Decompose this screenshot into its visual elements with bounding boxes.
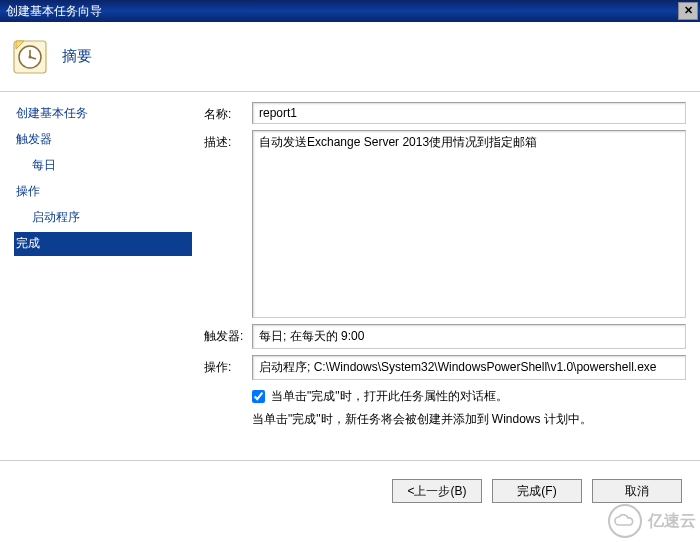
sidebar-item-create[interactable]: 创建基本任务 — [14, 102, 192, 126]
sidebar-item-finish[interactable]: 完成 — [14, 232, 192, 256]
open-properties-label: 当单击"完成"时，打开此任务属性的对话框。 — [271, 388, 508, 405]
label-name: 名称: — [204, 102, 252, 123]
sidebar-item-trigger[interactable]: 触发器 — [14, 128, 192, 152]
sidebar-item-daily[interactable]: 每日 — [14, 154, 192, 178]
page-title: 摘要 — [62, 47, 92, 66]
label-action: 操作: — [204, 355, 252, 376]
info-text: 当单击"完成"时，新任务将会被创建并添加到 Windows 计划中。 — [252, 407, 686, 432]
titlebar: 创建基本任务向导 ✕ — [0, 0, 700, 22]
wizard-header: 摘要 — [0, 22, 700, 92]
wizard-footer: <上一步(B) 完成(F) 取消 — [0, 460, 700, 538]
sidebar-item-start-program[interactable]: 启动程序 — [14, 206, 192, 230]
back-button[interactable]: <上一步(B) — [392, 479, 482, 503]
row-action: 操作: 启动程序; C:\Windows\System32\WindowsPow… — [204, 355, 686, 380]
form-content: 名称: report1 描述: 自动发送Exchange Server 2013… — [192, 92, 700, 460]
label-trigger: 触发器: — [204, 324, 252, 345]
wizard-body: 创建基本任务 触发器 每日 操作 启动程序 完成 名称: report1 描述:… — [0, 92, 700, 460]
field-desc: 自动发送Exchange Server 2013使用情况到指定邮箱 — [252, 130, 686, 318]
field-action: 启动程序; C:\Windows\System32\WindowsPowerSh… — [252, 355, 686, 380]
window-title: 创建基本任务向导 — [6, 3, 102, 20]
close-button[interactable]: ✕ — [678, 2, 698, 20]
label-desc: 描述: — [204, 130, 252, 151]
row-trigger: 触发器: 每日; 在每天的 9:00 — [204, 324, 686, 349]
sidebar-item-action[interactable]: 操作 — [14, 180, 192, 204]
svg-point-4 — [29, 55, 32, 58]
open-properties-checkbox-row[interactable]: 当单击"完成"时，打开此任务属性的对话框。 — [252, 386, 686, 407]
clock-icon — [12, 39, 48, 75]
cancel-button[interactable]: 取消 — [592, 479, 682, 503]
row-name: 名称: report1 — [204, 102, 686, 124]
row-desc: 描述: 自动发送Exchange Server 2013使用情况到指定邮箱 — [204, 130, 686, 318]
field-name: report1 — [252, 102, 686, 124]
field-trigger: 每日; 在每天的 9:00 — [252, 324, 686, 349]
open-properties-checkbox[interactable] — [252, 390, 265, 403]
sidebar-nav: 创建基本任务 触发器 每日 操作 启动程序 完成 — [0, 92, 192, 460]
finish-button[interactable]: 完成(F) — [492, 479, 582, 503]
